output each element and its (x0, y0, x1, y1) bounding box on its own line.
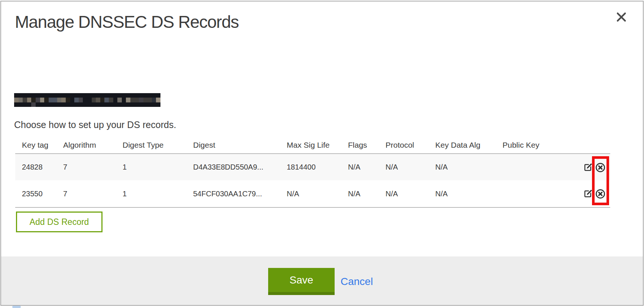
modal-title: Manage DNSSEC DS Records (15, 12, 239, 32)
cell-algorithm: 7 (63, 154, 67, 180)
column-header-key-data-alg: Key Data Alg (435, 137, 480, 153)
cell-key-tag: 24828 (22, 154, 43, 180)
ds-records-table: Key tag Algorithm Digest Type Digest Max… (15, 137, 610, 208)
edit-record-button[interactable] (583, 163, 593, 172)
close-button[interactable] (615, 10, 628, 24)
cell-key-data-alg: N/A (435, 154, 448, 180)
manage-dnssec-modal: Manage DNSSEC DS Records Choose how to s… (0, 1, 644, 306)
ds-record-row-2: 23550 7 1 54FCF030AA1C79... N/A N/A N/A … (15, 180, 610, 207)
cell-protocol: N/A (386, 154, 398, 180)
table-header-row: Key tag Algorithm Digest Type Digest Max… (15, 137, 610, 154)
cell-flags: N/A (348, 154, 360, 180)
column-header-flags: Flags (348, 137, 367, 153)
column-header-public-key: Public Key (502, 137, 539, 153)
cell-protocol: N/A (386, 180, 398, 207)
save-button[interactable]: Save (268, 268, 335, 295)
redacted-domain-name (14, 93, 160, 107)
add-ds-record-button[interactable]: Add DS Record (16, 212, 103, 232)
delete-record-button[interactable] (595, 163, 605, 172)
cell-key-tag: 23550 (22, 180, 43, 207)
cell-max-sig-life: N/A (287, 180, 299, 207)
cell-key-data-alg: N/A (435, 180, 448, 207)
modal-footer: Save Cancel (1, 256, 643, 305)
cell-digest-type: 1 (123, 154, 127, 180)
delete-x-circle-icon (595, 163, 605, 173)
edit-pencil-icon (583, 163, 593, 172)
delete-record-button[interactable] (595, 189, 605, 199)
delete-x-circle-icon (595, 189, 605, 199)
cell-digest-type: 1 (123, 180, 127, 207)
cell-flags: N/A (348, 180, 360, 207)
column-header-key-tag: Key tag (22, 137, 48, 153)
ds-record-row-1: 24828 7 1 D4A33E8DD550A9... 1814400 N/A … (15, 154, 610, 180)
edit-record-button[interactable] (583, 189, 593, 199)
setup-instruction-text: Choose how to set up your DS records. (14, 119, 176, 130)
column-header-protocol: Protocol (386, 137, 414, 153)
column-header-algorithm: Algorithm (63, 137, 96, 153)
column-header-digest-type: Digest Type (123, 137, 164, 153)
column-header-digest: Digest (193, 137, 215, 153)
cell-algorithm: 7 (63, 180, 67, 207)
edit-pencil-icon (583, 189, 593, 198)
cancel-link[interactable]: Cancel (341, 276, 373, 288)
cell-digest: D4A33E8DD550A9... (193, 154, 263, 180)
page-artifact (12, 306, 21, 308)
close-icon (616, 12, 627, 22)
cell-max-sig-life: 1814400 (287, 154, 316, 180)
cell-digest: 54FCF030AA1C79... (193, 180, 262, 207)
column-header-max-sig-life: Max Sig Life (287, 137, 330, 153)
